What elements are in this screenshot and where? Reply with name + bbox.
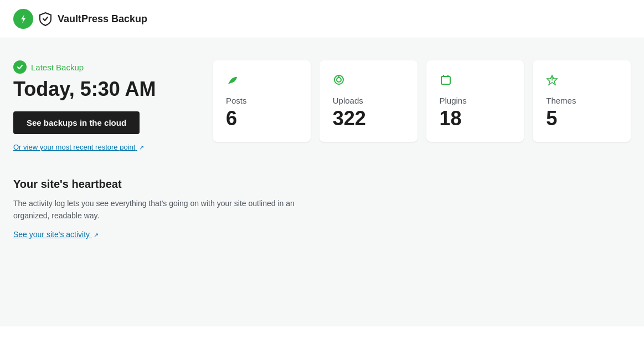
page-header: VaultPress Backup — [0, 0, 644, 38]
uploads-label: Uploads — [333, 96, 404, 105]
themes-label: Themes — [546, 96, 617, 105]
latest-backup-label: Latest Backup — [31, 63, 84, 72]
backup-info-panel: Latest Backup Today, 5:30 AM See backups… — [13, 60, 190, 151]
plugins-value: 18 — [440, 109, 511, 129]
plugins-label: Plugins — [440, 96, 511, 105]
svg-marker-0 — [21, 14, 25, 23]
stat-card-posts: Posts 6 — [213, 60, 311, 142]
backup-section: Latest Backup Today, 5:30 AM See backups… — [13, 60, 631, 151]
svg-rect-4 — [441, 76, 450, 84]
posts-label: Posts — [226, 96, 297, 105]
check-circle-icon — [13, 60, 27, 74]
see-backups-button[interactable]: See backups in the cloud — [13, 111, 140, 134]
leaf-icon — [226, 74, 297, 89]
main-content: Latest Backup Today, 5:30 AM See backups… — [0, 38, 644, 326]
external-link-icon: ↗ — [139, 144, 144, 151]
stats-grid: Posts 6 Uploads 322 — [213, 60, 631, 142]
themes-value: 5 — [546, 109, 617, 129]
logo-area: VaultPress Backup — [13, 9, 147, 29]
posts-value: 6 — [226, 109, 297, 129]
activity-external-link-icon: ↗ — [94, 232, 99, 239]
stat-card-uploads: Uploads 322 — [320, 60, 418, 142]
heartbeat-section: Your site's heartbeat The activity log l… — [13, 178, 631, 240]
uploads-icon — [333, 74, 404, 89]
vaultpress-shield-icon — [38, 11, 53, 27]
stat-card-themes: Themes 5 — [533, 60, 631, 142]
stat-card-plugins: Plugins 18 — [426, 60, 524, 142]
header-title: VaultPress Backup — [58, 13, 147, 25]
uploads-value: 322 — [333, 109, 404, 129]
heartbeat-description: The activity log lets you see everything… — [13, 197, 312, 222]
latest-backup-badge: Latest Backup — [13, 60, 190, 74]
vaultpress-bolt-icon — [13, 9, 33, 29]
svg-point-2 — [337, 78, 341, 82]
heartbeat-title: Your site's heartbeat — [13, 178, 631, 191]
activity-link[interactable]: See your site's activity ↗ — [13, 230, 99, 239]
restore-point-link[interactable]: Or view your most recent restore point ↗ — [13, 143, 190, 151]
backup-time: Today, 5:30 AM — [13, 78, 190, 100]
themes-icon — [546, 74, 617, 89]
plugins-icon — [440, 74, 511, 89]
